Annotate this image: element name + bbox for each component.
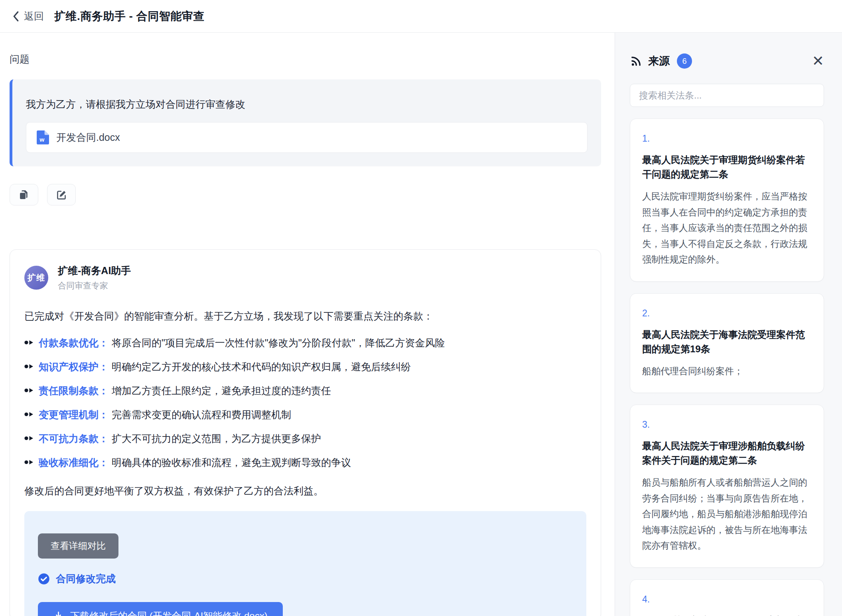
message-actions <box>10 184 601 205</box>
status-row: 合同修改完成 <box>38 572 573 585</box>
review-point: 付款条款优化：将原合同的"项目完成后一次性付款"修改为"分阶段付款"，降低乙方资… <box>24 336 586 349</box>
bullet-arrow-icon <box>24 459 39 467</box>
question-box: 我方为乙方，请根据我方立场对合同进行审查修改 w 开发合同.docx <box>10 79 601 166</box>
bullet-arrow-icon <box>24 340 39 347</box>
chevron-left-icon <box>12 11 20 22</box>
sources-count-badge: 6 <box>677 53 692 69</box>
review-point: 知识产权保护：明确约定乙方开发的核心技术和代码的知识产权归属，避免后续纠纷 <box>24 360 586 373</box>
review-point: 责任限制条款：增加乙方责任上限约定，避免承担过度的违约责任 <box>24 384 586 397</box>
source-title: 最高人民法院关于审理期货纠纷案件若干问题的规定第二条 <box>642 153 812 182</box>
sources-title: 来源 <box>648 54 670 68</box>
point-term: 验收标准细化： <box>39 457 108 468</box>
point-term: 不可抗力条款： <box>39 433 108 444</box>
view-comparison-button[interactable]: 查看详细对比 <box>38 533 118 559</box>
review-point: 变更管理机制：完善需求变更的确认流程和费用调整机制 <box>24 408 586 421</box>
source-body: 人民法院审理期货纠纷案件，应当严格按照当事人在合同中的约定确定方承担的责任，当事… <box>642 189 812 268</box>
assistant-avatar: 扩维 <box>24 266 48 290</box>
source-card[interactable]: 1. 最高人民法院关于审理期货纠纷案件若干问题的规定第二条 人民法院审理期货纠纷… <box>630 118 824 282</box>
point-desc: 增加乙方责任上限约定，避免承担过度的违约责任 <box>112 385 331 396</box>
point-term: 责任限制条款： <box>39 385 108 396</box>
point-term: 知识产权保护： <box>39 361 108 372</box>
source-number: 1. <box>642 133 812 144</box>
bullet-arrow-icon <box>24 411 39 419</box>
download-contract-button[interactable]: 下载修改后的合同 (开发合同-AI智能修改.docx) <box>38 602 283 616</box>
review-point: 验收标准细化：明确具体的验收标准和流程，避免主观判断导致的争议 <box>24 456 586 469</box>
question-text: 我方为乙方，请根据我方立场对合同进行审查修改 <box>26 98 588 111</box>
analysis-closing: 修改后的合同更好地平衡了双方权益，有效保护了乙方的合法利益。 <box>24 484 586 498</box>
point-desc: 明确约定乙方开发的核心技术和代码的知识产权归属，避免后续纠纷 <box>112 361 411 372</box>
result-box: 查看详细对比 合同修改完成 下载修改后的合同 (开发合同-AI智能修改.docx… <box>24 511 586 616</box>
point-desc: 完善需求变更的确认流程和费用调整机制 <box>112 409 291 420</box>
source-card[interactable]: 2. 最高人民法院关于海事法院受理案件范围的规定第19条 船舶代理合同纠纷案件； <box>630 293 824 393</box>
assistant-name: 扩维-商务AI助手 <box>58 264 131 277</box>
copy-icon <box>18 189 30 200</box>
review-points-list: 付款条款优化：将原合同的"项目完成后一次性付款"修改为"分阶段付款"，降低乙方资… <box>24 336 586 469</box>
point-term: 变更管理机制： <box>39 409 108 420</box>
edit-icon <box>56 190 67 200</box>
source-number: 2. <box>642 308 812 319</box>
assistant-role: 合同审查专家 <box>58 280 131 291</box>
source-card[interactable]: 3. 最高人民法院关于审理涉船舶负载纠纷案件关于问题的规定第二条 船员与船舶所有… <box>630 405 824 568</box>
page-title: 扩维.商务助手 - 合同智能审查 <box>54 9 205 24</box>
source-number: 4. <box>642 594 812 605</box>
review-point: 不可抗力条款：扩大不可抗力的定义范围，为乙方提供更多保护 <box>24 432 586 445</box>
status-badge: 合同修改完成 <box>56 572 116 585</box>
check-circle-icon <box>38 573 50 585</box>
bullet-arrow-icon <box>24 387 39 395</box>
assistant-header: 扩维 扩维-商务AI助手 合同审查专家 <box>24 264 586 291</box>
svg-text:w: w <box>39 136 45 143</box>
sources-header: 来源 6 ✕ <box>630 53 824 69</box>
question-section-label: 问题 <box>10 53 601 66</box>
attachment-chip[interactable]: w 开发合同.docx <box>26 122 588 153</box>
source-body: 船员与船舶所有人或者船舶营运人之间的劳务合同纠纷；当事与向原告告所在地，合同履约… <box>642 475 812 554</box>
sources-panel: 来源 6 ✕ 1. 最高人民法院关于审理期货纠纷案件若干问题的规定第二条 人民法… <box>615 33 842 616</box>
close-icon[interactable]: ✕ <box>812 54 824 68</box>
source-title: 最高人民法院关于海事法院受理案件范围的规定第19条 <box>642 328 812 356</box>
bullet-arrow-icon <box>24 363 39 371</box>
main-panel: 问题 我方为乙方，请根据我方立场对合同进行审查修改 w 开发合同.docx <box>0 33 615 616</box>
source-title: (2013) 苏民初字第00762号原告刘xx与被告温xx买卖合同纠纷民事判决书 <box>642 614 812 616</box>
back-button[interactable]: 返回 <box>12 10 44 23</box>
back-label: 返回 <box>24 10 44 23</box>
ai-response-card: 扩维 扩维-商务AI助手 合同审查专家 已完成对《开发合同》的智能审查分析。基于… <box>10 249 601 616</box>
source-number: 3. <box>642 419 812 430</box>
download-icon <box>53 611 64 616</box>
point-desc: 将原合同的"项目完成后一次性付款"修改为"分阶段付款"，降低乙方资金风险 <box>112 337 445 348</box>
search-input[interactable] <box>630 84 824 107</box>
copy-button[interactable] <box>10 184 38 205</box>
rss-feed-icon <box>630 55 642 67</box>
point-term: 付款条款优化： <box>39 337 108 348</box>
analysis-intro: 已完成对《开发合同》的智能审查分析。基于乙方立场，我发现了以下需要重点关注的条款… <box>24 310 586 323</box>
attachment-filename: 开发合同.docx <box>56 131 120 144</box>
download-button-label: 下载修改后的合同 (开发合同-AI智能修改.docx) <box>70 610 268 616</box>
source-body: 船舶代理合同纠纷案件； <box>642 363 812 379</box>
edit-button[interactable] <box>47 184 76 205</box>
bullet-arrow-icon <box>24 435 39 443</box>
source-title: 最高人民法院关于审理涉船舶负载纠纷案件关于问题的规定第二条 <box>642 439 812 468</box>
word-doc-icon: w <box>37 130 49 144</box>
point-desc: 明确具体的验收标准和流程，避免主观判断导致的争议 <box>112 457 351 468</box>
source-card[interactable]: 4. (2013) 苏民初字第00762号原告刘xx与被告温xx买卖合同纠纷民事… <box>630 579 824 616</box>
topbar: 返回 扩维.商务助手 - 合同智能审查 <box>0 0 842 33</box>
point-desc: 扩大不可抗力的定义范围，为乙方提供更多保护 <box>112 433 321 444</box>
